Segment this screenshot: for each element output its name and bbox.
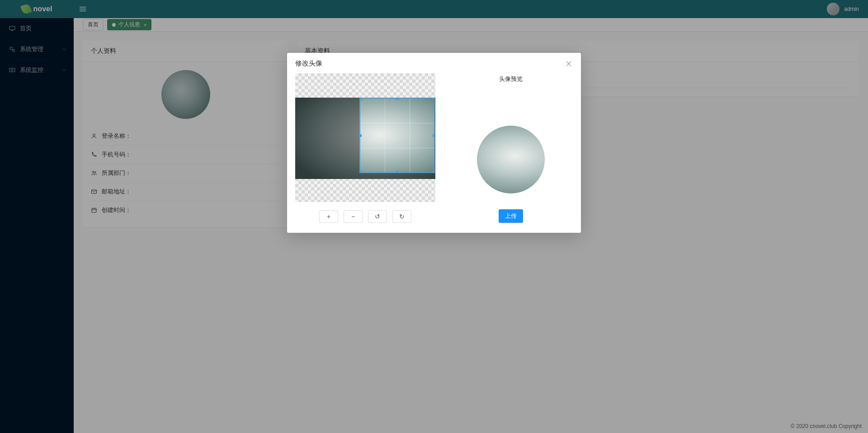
crop-box[interactable]: 200 × 200: [360, 98, 434, 173]
zoom-in-button[interactable]: +: [319, 210, 338, 223]
close-icon: [566, 61, 571, 66]
modal-header: 修改头像: [287, 53, 581, 73]
crop-handle-s[interactable]: [396, 171, 399, 173]
crop-grid-line: [360, 123, 434, 123]
crop-grid-line: [410, 99, 410, 172]
zoom-out-button[interactable]: −: [344, 210, 363, 223]
crop-handle-ne[interactable]: [433, 98, 434, 100]
modal-title: 修改头像: [295, 59, 322, 68]
preview-column: 头像预览 上传: [449, 73, 573, 223]
rotate-cw-icon: ↻: [399, 213, 405, 220]
crop-handle-sw[interactable]: [360, 171, 362, 173]
rotate-ccw-icon: ↺: [375, 213, 380, 220]
avatar-preview-image: [477, 126, 545, 193]
crop-handle-nw[interactable]: [360, 98, 362, 100]
crop-handle-n[interactable]: [396, 98, 399, 100]
crop-column: 200 × 200 + − ↺ ↻: [295, 73, 435, 223]
crop-preview-image: [360, 98, 434, 173]
crop-handle-e[interactable]: [433, 134, 434, 137]
crop-grid-line: [360, 148, 434, 148]
preview-title: 头像预览: [499, 75, 523, 83]
upload-button-label: 上传: [505, 212, 517, 219]
rotate-right-button[interactable]: ↻: [392, 210, 411, 223]
avatar-modal: 修改头像: [287, 53, 581, 233]
plus-icon: +: [327, 213, 330, 220]
crop-grid-line: [385, 99, 385, 172]
rotate-left-button[interactable]: ↺: [368, 210, 387, 223]
preview-wrap: [477, 96, 545, 209]
crop-tools: + − ↺ ↻: [295, 210, 435, 223]
upload-button[interactable]: 上传: [499, 209, 523, 223]
close-button[interactable]: [565, 60, 573, 68]
crop-surface[interactable]: 200 × 200: [295, 73, 435, 202]
avatar-preview: [477, 126, 545, 193]
crop-handle-se[interactable]: [433, 171, 434, 173]
modal-body: 200 × 200 + − ↺ ↻ 头像预览 上传: [287, 73, 581, 233]
minus-icon: −: [351, 213, 355, 220]
crop-handle-w[interactable]: [360, 134, 362, 137]
